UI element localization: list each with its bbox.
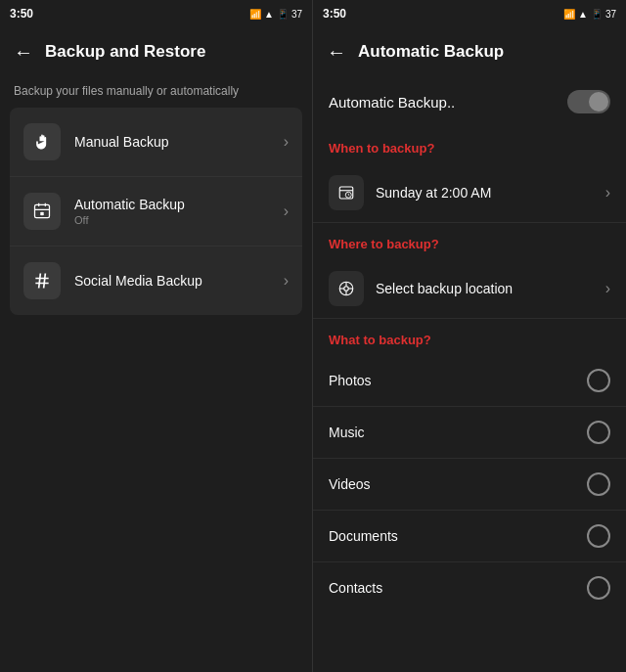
photos-item: Photos xyxy=(313,355,626,407)
battery-level: 37 xyxy=(291,9,302,20)
signal-icon: ▲ xyxy=(264,9,274,20)
svg-line-7 xyxy=(39,274,41,289)
contacts-item: Contacts xyxy=(313,562,626,613)
right-back-button[interactable]: ← xyxy=(327,42,346,62)
documents-radio[interactable] xyxy=(587,524,610,548)
where-option-row[interactable]: Select backup location › xyxy=(313,259,626,319)
automatic-backup-sublabel: Off xyxy=(74,214,284,226)
automatic-backup-item[interactable]: Automatic Backup Off › xyxy=(10,177,302,246)
music-radio[interactable] xyxy=(587,421,610,444)
right-panel: 3:50 📶 ▲ 📱 37 ← Automatic Backup Automat… xyxy=(313,0,626,672)
when-section-title: When to backup? xyxy=(313,127,626,163)
videos-item: Videos xyxy=(313,459,626,511)
clock-calendar-icon xyxy=(337,184,355,202)
auto-backup-toggle-label: Automatic Backup.. xyxy=(329,94,455,111)
social-backup-icon-box xyxy=(23,262,61,299)
photos-label: Photos xyxy=(329,373,372,388)
contacts-radio[interactable] xyxy=(587,576,610,600)
wifi-icon: 📶 xyxy=(249,9,261,20)
what-section-title: What to backup? xyxy=(313,319,626,355)
calendar-icon xyxy=(32,202,52,221)
when-option-row[interactable]: Sunday at 2:00 AM › xyxy=(313,163,626,223)
left-status-icons: 📶 ▲ 📱 37 xyxy=(249,9,302,20)
svg-line-8 xyxy=(44,274,46,289)
documents-item: Documents xyxy=(313,511,626,562)
manual-backup-chevron: › xyxy=(284,133,289,151)
right-signal-icon: ▲ xyxy=(578,9,588,20)
where-section-title: Where to backup? xyxy=(313,223,626,259)
right-header-title: Automatic Backup xyxy=(358,42,504,62)
music-item: Music xyxy=(313,407,626,459)
social-backup-item[interactable]: Social Media Backup › xyxy=(10,246,302,315)
right-wifi-icon: 📶 xyxy=(563,9,575,20)
documents-label: Documents xyxy=(329,528,398,544)
left-subtitle: Backup your files manually or automatica… xyxy=(0,76,312,108)
when-icon-box xyxy=(329,175,364,210)
where-option-chevron: › xyxy=(605,280,610,297)
auto-backup-toggle[interactable] xyxy=(567,90,610,113)
right-header: ← Automatic Backup xyxy=(313,27,626,76)
photos-radio[interactable] xyxy=(587,369,610,392)
left-back-button[interactable]: ← xyxy=(14,42,33,62)
hand-icon xyxy=(32,132,52,152)
videos-radio[interactable] xyxy=(587,472,610,496)
left-status-bar: 3:50 📶 ▲ 📱 37 xyxy=(0,0,312,27)
left-header-title: Backup and Restore xyxy=(45,42,205,62)
manual-backup-item[interactable]: Manual Backup › xyxy=(10,108,302,177)
svg-point-15 xyxy=(344,287,349,291)
right-time: 3:50 xyxy=(323,7,346,21)
battery-icon: 📱 xyxy=(277,9,289,20)
svg-point-4 xyxy=(40,211,44,215)
left-panel: 3:50 📶 ▲ 📱 37 ← Backup and Restore Backu… xyxy=(0,0,313,672)
left-header: ← Backup and Restore xyxy=(0,27,312,76)
left-menu-container: Manual Backup › Automatic Backup Off xyxy=(10,108,302,315)
manual-backup-icon-box xyxy=(23,123,61,160)
right-status-icons: 📶 ▲ 📱 37 xyxy=(563,9,616,20)
right-battery-level: 37 xyxy=(605,9,616,20)
videos-label: Videos xyxy=(329,476,371,492)
when-option-label: Sunday at 2:00 AM xyxy=(376,185,605,201)
manual-backup-text: Manual Backup xyxy=(74,134,284,150)
social-backup-chevron: › xyxy=(284,272,289,290)
contacts-label: Contacts xyxy=(329,580,382,596)
svg-line-13 xyxy=(348,195,349,196)
social-backup-label: Social Media Backup xyxy=(74,273,284,289)
left-time: 3:50 xyxy=(10,7,33,21)
location-icon xyxy=(337,280,355,297)
right-status-bar: 3:50 📶 ▲ 📱 37 xyxy=(313,0,626,27)
where-icon-box xyxy=(329,271,364,306)
right-battery-icon: 📱 xyxy=(591,9,603,20)
where-option-label: Select backup location xyxy=(376,281,605,296)
automatic-backup-text: Automatic Backup Off xyxy=(74,197,284,226)
social-backup-text: Social Media Backup xyxy=(74,273,284,289)
hash-icon xyxy=(32,271,52,291)
manual-backup-label: Manual Backup xyxy=(74,134,284,150)
automatic-backup-icon-box xyxy=(23,193,61,230)
toggle-thumb xyxy=(589,92,608,112)
automatic-backup-label: Automatic Backup xyxy=(74,197,284,212)
music-label: Music xyxy=(329,425,365,440)
auto-backup-toggle-row: Automatic Backup.. xyxy=(313,76,626,127)
when-option-chevron: › xyxy=(605,184,610,202)
automatic-backup-chevron: › xyxy=(284,202,289,220)
